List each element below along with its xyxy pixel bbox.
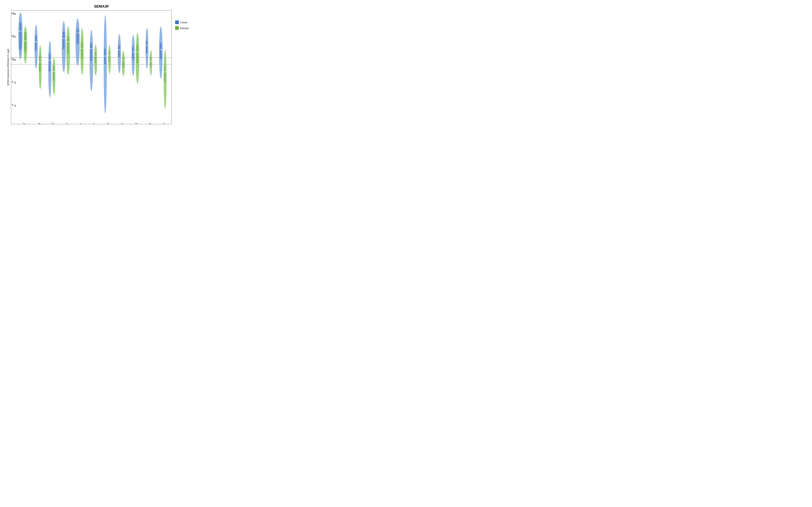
svg-rect-89 (25, 29, 25, 30)
svg-rect-1 (19, 23, 21, 50)
violin-THCA-normal (149, 50, 152, 75)
svg-rect-83 (20, 53, 20, 53)
svg-rect-98 (26, 65, 26, 66)
svg-rect-78 (20, 36, 20, 36)
violin-LUSC-normal (122, 51, 125, 76)
svg-rect-69 (19, 16, 19, 17)
svg-text:12: 12 (13, 35, 16, 38)
svg-rect-81 (19, 45, 19, 45)
svg-text:10: 10 (13, 58, 16, 61)
plot-svg: 14 12 10 8 6 (11, 10, 171, 124)
legend-color-normal (175, 26, 179, 30)
xlabel-KIRC: KIRC (90, 123, 96, 124)
svg-rect-103 (25, 93, 25, 93)
svg-rect-79 (20, 39, 20, 39)
y-axis-label: mRNA Expression (RNASeq V2, log2) (4, 10, 11, 124)
svg-rect-8 (35, 35, 37, 51)
legend-item-tumor: Tumor (175, 20, 199, 24)
svg-rect-84 (20, 56, 21, 57)
violin-KIRC-tumor (90, 30, 93, 91)
legend-label-normal: Normal (180, 27, 188, 30)
svg-rect-59 (150, 57, 151, 66)
svg-rect-87 (20, 68, 20, 69)
violin-PRAD-tumor (132, 35, 135, 76)
svg-rect-53 (136, 45, 138, 63)
xlabel-BLCA: BLCA (19, 122, 26, 124)
violin-THCA-tumor (146, 28, 149, 69)
svg-rect-26 (77, 29, 79, 44)
svg-rect-44 (118, 45, 120, 57)
violin-KICH-tumor (75, 18, 80, 66)
chart-container: SEMA3F mRNA Expression (RNASeq V2, log2) (4, 3, 199, 124)
legend-label-tumor: Tumor (180, 21, 188, 24)
violin-BRCA-normal (39, 45, 42, 89)
svg-rect-82 (20, 49, 21, 49)
violin-COAD-normal (52, 58, 56, 95)
xlabel-HNSC: HNSC (62, 122, 68, 124)
violin-HNSC-normal (66, 26, 70, 75)
svg-rect-74 (21, 28, 21, 29)
legend-item-normal: Normal (175, 26, 199, 30)
svg-rect-80 (21, 42, 21, 42)
svg-rect-97 (25, 61, 25, 62)
svg-rect-95 (26, 54, 26, 54)
svg-rect-65 (164, 65, 165, 82)
svg-rect-92 (26, 41, 26, 41)
ytick-8: 8 (12, 80, 13, 83)
svg-rect-50 (132, 47, 134, 60)
svg-rect-56 (146, 41, 147, 54)
xlabel-THCA: THCA (145, 122, 151, 124)
violin-BLCA-tumor (18, 12, 22, 71)
svg-text:8: 8 (14, 81, 16, 84)
svg-rect-38 (104, 49, 106, 64)
chart-title: SEMA3F (94, 4, 109, 9)
xlabel-LUSC: LUSC (117, 122, 124, 124)
svg-rect-75 (20, 30, 20, 31)
legend-color-tumor (175, 20, 179, 24)
svg-rect-29 (81, 43, 83, 59)
svg-rect-102 (25, 87, 26, 87)
svg-rect-93 (25, 45, 26, 45)
xlabel-COAD: COAD (48, 122, 54, 124)
svg-rect-70 (21, 18, 21, 18)
xlabel-BRCA: BRCA (35, 122, 41, 124)
svg-rect-99 (25, 70, 26, 70)
violin-KICH-normal (81, 28, 84, 75)
svg-rect-35 (95, 51, 96, 63)
svg-rect-90 (26, 33, 26, 33)
svg-rect-100 (26, 75, 26, 75)
svg-rect-96 (25, 57, 26, 58)
svg-text:6: 6 (14, 104, 16, 107)
violin-UCEC-tumor (159, 26, 163, 78)
svg-rect-17 (53, 65, 54, 81)
svg-rect-47 (122, 57, 124, 67)
violin-UCEC-normal (164, 50, 167, 109)
svg-rect-88 (19, 72, 19, 72)
svg-rect-5 (24, 32, 26, 52)
svg-rect-85 (19, 60, 20, 61)
xlabel-KICH: KICH (76, 123, 82, 124)
svg-rect-32 (90, 43, 92, 61)
violin-LUAD-tumor (104, 15, 107, 114)
svg-rect-86 (21, 64, 21, 65)
svg-rect-20 (63, 32, 65, 49)
svg-rect-101 (25, 81, 25, 81)
xlabel-PRAD: PRAD (132, 122, 138, 124)
svg-rect-11 (39, 55, 40, 72)
violin-LUAD-normal (108, 45, 111, 74)
svg-rect-91 (25, 37, 25, 37)
svg-rect-76 (20, 32, 21, 32)
violin-PRAD-normal (136, 33, 140, 84)
svg-rect-62 (160, 43, 161, 59)
svg-rect-14 (49, 53, 50, 72)
svg-rect-94 (24, 50, 25, 50)
svg-rect-23 (67, 36, 69, 54)
violin-COAD-tumor (48, 41, 52, 98)
xlabel-LUAD: LUAD (104, 122, 110, 124)
violin-KIRC-normal (94, 45, 97, 75)
svg-rect-72 (20, 23, 21, 23)
svg-rect-73 (19, 25, 19, 25)
svg-rect-77 (19, 34, 20, 34)
svg-rect-67 (19, 13, 20, 13)
svg-rect-41 (108, 51, 110, 62)
